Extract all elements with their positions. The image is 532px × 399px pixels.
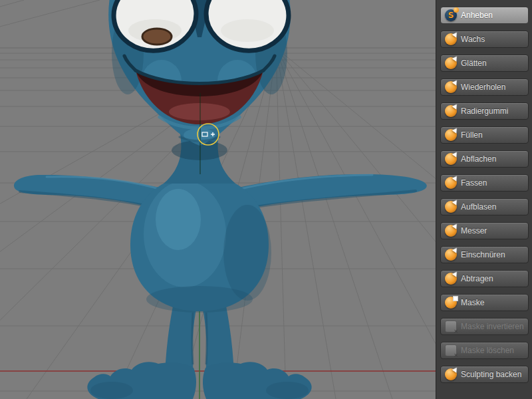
tool-button-label: Füllen (461, 131, 483, 139)
tool-button-label: Einschnüren (461, 251, 505, 259)
maske-invertieren-icon (445, 321, 457, 332)
maske-loeschen-icon (445, 344, 457, 356)
tool-button-label: Wachs (461, 35, 485, 43)
tool-button-label: Fassen (461, 179, 487, 187)
tool-button-abflachen[interactable]: Abflachen (440, 150, 529, 168)
tool-button-wiederholen[interactable]: Wiederholen (440, 78, 529, 96)
tool-button-radiergummi[interactable]: Radiergummi (440, 102, 529, 120)
fuellen-tool-icon (445, 129, 457, 141)
tool-button-label: Aufblasen (461, 203, 496, 211)
tool-button-label: Wiederholen (461, 83, 505, 91)
viewport-canvas (0, 0, 436, 399)
tool-group: Radiergummi (436, 102, 532, 120)
tool-button-label: Anheben (461, 11, 493, 19)
tool-button-label: Maske (461, 299, 484, 307)
tool-button-label: Glätten (461, 59, 487, 67)
tool-button-fassen[interactable]: Fassen (440, 174, 529, 192)
tool-button-label: Radiergummi (461, 107, 508, 115)
tool-button-messer[interactable]: Messer (440, 222, 529, 239)
tool-groups: Anheben Wachs Glätten Wiederholen Radier… (436, 7, 532, 383)
viewport-3d[interactable] (0, 0, 436, 399)
tool-button-sculpting-backen[interactable]: Sculpting backen (440, 366, 529, 383)
tool-group: Anheben Wachs Glätten Wiederholen (436, 7, 532, 96)
tool-button-label: Abflachen (461, 155, 496, 163)
messer-tool-icon (445, 225, 457, 237)
anheben-tool-icon (445, 9, 457, 21)
tool-button-maske-loeschen: Maske löschen (440, 342, 529, 359)
sculpt-tools-panel: Anheben Wachs Glätten Wiederholen Radier… (436, 0, 532, 399)
tool-button-glaetten[interactable]: Glätten (440, 55, 529, 72)
abtragen-tool-icon (445, 273, 457, 285)
tool-button-abtragen[interactable]: Abtragen (440, 270, 529, 287)
tool-button-einschnueren[interactable]: Einschnüren (440, 246, 529, 263)
tool-button-label: Sculpting backen (461, 370, 521, 378)
sculpting-backen-icon (445, 368, 457, 380)
tool-button-label: Maske löschen (461, 346, 514, 354)
tool-button-maske[interactable]: Maske (440, 294, 529, 311)
tool-button-label: Messer (461, 227, 487, 235)
tool-button-maske-invertieren: Maske invertieren (440, 318, 529, 335)
fassen-tool-icon (445, 177, 457, 189)
tool-button-label: Maske invertieren (461, 323, 524, 331)
maske-tool-icon (445, 297, 457, 309)
tool-button-label: Abtragen (461, 275, 493, 283)
wachs-tool-icon (445, 33, 457, 45)
sculpt-app-window: Anheben Wachs Glätten Wiederholen Radier… (0, 0, 532, 399)
tool-group: Sculpting backen (436, 366, 532, 383)
left-iris (142, 29, 172, 45)
tool-group: Maske Maske invertieren Maske löschen (436, 294, 532, 359)
radiergummi-tool-icon (445, 105, 457, 117)
einschnueren-tool-icon (445, 249, 457, 261)
tool-button-fuellen[interactable]: Füllen (440, 126, 529, 144)
tool-button-aufblasen[interactable]: Aufblasen (440, 198, 529, 215)
glaetten-tool-icon (445, 57, 457, 69)
wiederholen-tool-icon (445, 81, 457, 93)
tool-button-anheben[interactable]: Anheben (440, 7, 529, 24)
tool-group: Füllen Abflachen Fassen Aufblasen Messer… (436, 126, 532, 287)
tool-button-wachs[interactable]: Wachs (440, 31, 529, 48)
aufblasen-tool-icon (445, 201, 457, 213)
abflachen-tool-icon (445, 153, 457, 165)
